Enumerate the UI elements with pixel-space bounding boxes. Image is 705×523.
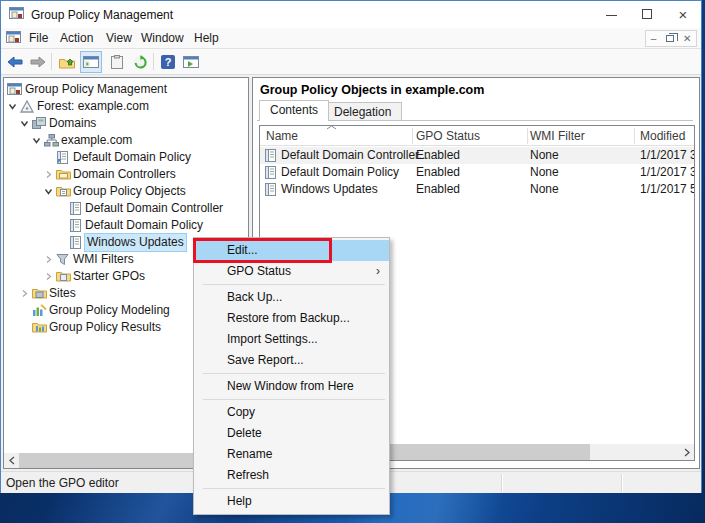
forward-icon	[30, 56, 46, 68]
mdi-minimize-button[interactable]: –	[651, 31, 657, 46]
sort-ascending-icon	[326, 125, 337, 130]
back-icon	[7, 56, 23, 68]
scroll-left-arrow-icon[interactable]	[4, 453, 19, 468]
show-console-tree-button[interactable]	[80, 51, 102, 73]
chevron-expanded-icon[interactable]	[20, 119, 29, 128]
help-button[interactable]: ?	[157, 51, 179, 73]
sites-folder-icon	[32, 287, 47, 299]
menu-action[interactable]: Action	[53, 28, 100, 48]
refresh-button[interactable]	[129, 51, 151, 73]
menu-separator	[203, 373, 385, 374]
scrollbar-thumb[interactable]	[19, 453, 197, 468]
gpo-icon	[264, 166, 277, 179]
context-menu-new-window-from-here[interactable]: New Window from Here	[194, 376, 389, 397]
tree-item-label: Default Domain Policy	[85, 217, 203, 234]
help-icon: ?	[161, 55, 175, 69]
gpo-folder-icon	[56, 185, 71, 197]
tree-item-domain-controllers[interactable]: Domain Controllers	[4, 166, 249, 183]
title-bar[interactable]: Group Policy Management ×	[1, 1, 701, 28]
column-header-wmi-filter[interactable]: WMI Filter	[530, 129, 585, 143]
context-menu-help[interactable]: Help	[194, 491, 389, 512]
gpo-row-default-domain-controllers[interactable]: Default Domain Controller... Enabled Non…	[260, 147, 694, 164]
chevron-expanded-icon[interactable]	[8, 102, 17, 111]
minimize-button[interactable]	[593, 1, 629, 28]
column-header-modified[interactable]: Modified	[640, 129, 685, 143]
mdi-close-button[interactable]: ✕	[683, 31, 691, 46]
column-header-name[interactable]: Name	[266, 129, 298, 143]
new-window-icon	[183, 56, 199, 68]
tab-delegation[interactable]: Delegation	[323, 102, 402, 120]
modeling-icon	[32, 304, 47, 317]
domain-icon	[44, 134, 59, 147]
properties-button[interactable]	[106, 51, 128, 73]
gpo-row-default-domain-policy[interactable]: Default Domain Policy Enabled None 1/1/2…	[260, 164, 694, 181]
chevron-collapsed-icon[interactable]	[44, 272, 53, 281]
ou-folder-icon	[56, 168, 71, 180]
cell-modified: 1/1/2017 3:	[640, 147, 695, 164]
domains-icon	[32, 117, 46, 130]
chevron-collapsed-icon[interactable]	[44, 255, 53, 264]
menu-view[interactable]: View	[99, 28, 139, 48]
close-icon: ×	[679, 6, 688, 23]
gpo-icon	[264, 149, 277, 162]
gpo-row-windows-updates[interactable]: Windows Updates Enabled None 1/1/2017 5:	[260, 181, 694, 198]
tree-item-label: Group Policy Objects	[73, 183, 186, 200]
gpo-context-menu: Edit... GPO Status› Back Up... Restore f…	[193, 237, 390, 515]
new-window-button[interactable]	[180, 51, 202, 73]
chevron-collapsed-icon[interactable]	[20, 289, 29, 298]
toolbar-separator	[153, 53, 154, 70]
annotation-highlight-box	[193, 238, 332, 263]
tree-item-label: Domains	[49, 115, 96, 132]
clipboard-icon	[111, 55, 123, 69]
cell-wmi-filter: None	[530, 181, 559, 198]
context-menu-import-settings[interactable]: Import Settings...	[194, 329, 389, 350]
up-one-level-button[interactable]	[56, 51, 78, 73]
maximize-button[interactable]	[629, 1, 665, 28]
chevron-expanded-icon[interactable]	[32, 136, 41, 145]
mdi-restore-button[interactable]	[666, 35, 674, 42]
tree-item-group-policy-management[interactable]: Group Policy Management	[4, 81, 249, 98]
tree-item-example-com[interactable]: example.com	[4, 132, 249, 149]
tab-contents[interactable]: Contents	[259, 100, 329, 121]
context-menu-rename[interactable]: Rename	[194, 444, 389, 465]
maximize-icon	[642, 9, 652, 19]
mdi-child-icon[interactable]	[6, 31, 21, 45]
context-menu-gpo-status[interactable]: GPO Status›	[194, 261, 389, 282]
console-root-icon	[7, 83, 22, 97]
cell-modified: 1/1/2017 5:	[640, 181, 695, 198]
context-menu-restore-from-backup[interactable]: Restore from Backup...	[194, 308, 389, 329]
chevron-collapsed-icon[interactable]	[44, 170, 53, 179]
context-menu-copy[interactable]: Copy	[194, 402, 389, 423]
svg-text:?: ?	[165, 56, 172, 68]
column-header-gpo-status[interactable]: GPO Status	[416, 129, 480, 143]
tree-item-label: Group Policy Results	[49, 319, 161, 336]
tree-item-default-domain-policy-gpo[interactable]: Default Domain Policy	[4, 217, 249, 234]
context-menu-refresh[interactable]: Refresh	[194, 465, 389, 486]
tree-item-default-domain-policy-link[interactable]: Default Domain Policy	[4, 149, 249, 166]
back-button[interactable]	[4, 51, 26, 73]
menu-window[interactable]: Window	[134, 28, 191, 48]
starter-gpo-folder-icon	[56, 270, 71, 282]
status-text: Open the GPO editor	[6, 476, 119, 490]
context-menu-save-report[interactable]: Save Report...	[194, 350, 389, 371]
context-menu-back-up[interactable]: Back Up...	[194, 287, 389, 308]
forward-button[interactable]	[27, 51, 49, 73]
tree-item-label: Forest: example.com	[37, 98, 149, 115]
tree-item-label: Group Policy Management	[25, 81, 167, 98]
wmi-filter-icon	[56, 253, 69, 266]
tree-item-label: Default Domain Controller	[85, 200, 223, 217]
close-button[interactable]: ×	[665, 1, 701, 28]
menu-file[interactable]: File	[22, 28, 55, 48]
tree-item-forest[interactable]: Forest: example.com	[4, 98, 249, 115]
forest-icon	[20, 100, 34, 113]
tree-item-default-domain-controllers-gpo[interactable]: Default Domain Controller	[4, 200, 249, 217]
menu-help[interactable]: Help	[187, 28, 226, 48]
chevron-expanded-icon[interactable]	[44, 187, 53, 196]
tree-item-group-policy-objects[interactable]: Group Policy Objects	[4, 183, 249, 200]
scroll-right-arrow-icon[interactable]	[679, 444, 694, 460]
menu-separator	[203, 488, 385, 489]
tree-item-domains[interactable]: Domains	[4, 115, 249, 132]
context-menu-delete[interactable]: Delete	[194, 423, 389, 444]
tree-item-label-selected: Windows Updates	[85, 234, 186, 251]
list-header: Name GPO Status WMI Filter Modified	[260, 126, 694, 146]
